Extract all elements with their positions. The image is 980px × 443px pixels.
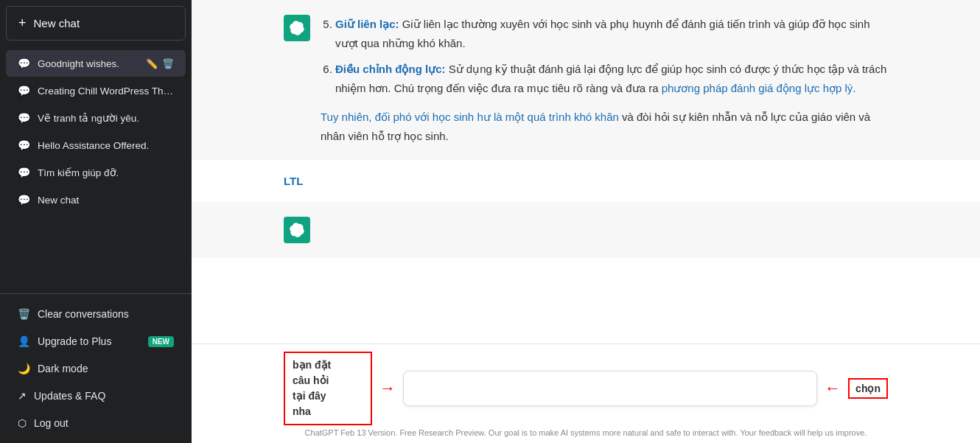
dark-mode-button[interactable]: 🌙 Dark mode (6, 355, 186, 382)
moon-icon: 🌙 (18, 363, 30, 374)
chat-icon: 💬 (18, 139, 30, 151)
item5-text: Giữ liên lạc thường xuyên với học sinh v… (335, 18, 870, 49)
updates-faq-button[interactable]: ↗ Updates & FAQ (6, 383, 186, 409)
conversations-list: 💬 Goodnight wishes. ✏️ 🗑️ 💬 Creating Chi… (0, 46, 192, 293)
sidebar-item-wordpress[interactable]: 💬 Creating Chill WordPress Them (6, 77, 186, 104)
delete-icon[interactable]: 🗑️ (162, 58, 174, 69)
list-item-6: Điều chỉnh động lực: Sử dụng kỹ thuật đá… (335, 60, 888, 97)
new-chat-label: New chat (34, 17, 80, 29)
clear-conversations-button[interactable]: 🗑️ Clear conversations (6, 301, 186, 327)
upgrade-to-plus-button[interactable]: 👤 Upgrade to Plus NEW (6, 328, 186, 355)
user-message: LTL (192, 160, 980, 202)
new-badge: NEW (148, 336, 174, 347)
sidebar-item-newchat2[interactable]: 💬 New chat (6, 186, 186, 213)
arrow-left-icon: ← (825, 379, 841, 398)
plus-icon: + (18, 15, 27, 31)
chat-icon: 💬 (18, 85, 30, 97)
conv-label: Goodnight wishes. (38, 58, 139, 69)
input-row: bạn đặtcâu hỏitại đâynha → ← chọn (284, 352, 888, 425)
trash-icon: 🗑️ (18, 308, 30, 320)
conv-label: Creating Chill WordPress Them (38, 86, 174, 97)
edit-icon[interactable]: ✏️ (146, 58, 158, 69)
sidebar-item-goodnight[interactable]: 💬 Goodnight wishes. ✏️ 🗑️ (6, 50, 186, 77)
conv-label: New chat (38, 195, 174, 206)
external-icon: ↗ (18, 390, 27, 402)
sidebar-item-tranh[interactable]: 💬 Vẽ tranh tả người yêu. (6, 105, 186, 131)
conclusion-text: Tuy nhiên, đối phó với học sinh hư là mộ… (321, 108, 888, 145)
annotation-left-text: bạn đặtcâu hỏitại đâynha (293, 359, 331, 417)
clear-label: Clear conversations (38, 308, 129, 320)
sidebar-item-timkiem[interactable]: 💬 Tìm kiếm giúp đỡ. (6, 159, 186, 186)
user-icon: 👤 (18, 335, 30, 347)
chat-icon: 💬 (18, 167, 30, 178)
new-chat-button[interactable]: + New chat (6, 6, 186, 41)
sidebar-bottom: 🗑️ Clear conversations 👤 Upgrade to Plus… (0, 293, 192, 443)
annotation-left-box: bạn đặtcâu hỏitại đâynha (284, 352, 372, 425)
main-panel: Giữ liên lạc: Giữ liên lạc thường xuyên … (192, 0, 980, 443)
conv-label: Hello Assistance Offered. (38, 140, 174, 151)
chat-icon: 💬 (18, 112, 30, 124)
conv-action-icons: ✏️ 🗑️ (146, 58, 174, 69)
chat-area: Giữ liên lạc: Giữ liên lạc thường xuyên … (192, 0, 980, 343)
chat-input[interactable] (403, 371, 817, 406)
conv-label: Vẽ tranh tả người yêu. (38, 112, 174, 124)
arrow-right-icon: → (379, 379, 396, 398)
assistant-message-row: Giữ liên lạc: Giữ liên lạc thường xuyên … (284, 15, 888, 145)
logout-label: Log out (34, 417, 69, 429)
item5-bold: Giữ liên lạc: (335, 18, 399, 30)
assistant-text: Giữ liên lạc: Giữ liên lạc thường xuyên … (321, 15, 888, 145)
logout-icon: ⬡ (18, 417, 27, 429)
updates-label: Updates & FAQ (34, 390, 105, 402)
dark-mode-label: Dark mode (38, 363, 88, 374)
conv-label: Tìm kiếm giúp đỡ. (38, 167, 174, 178)
sidebar-item-hello[interactable]: 💬 Hello Assistance Offered. (6, 132, 186, 158)
footer-text: ChatGPT Feb 13 Version. Free Research Pr… (284, 425, 888, 439)
logout-button[interactable]: ⬡ Log out (6, 410, 186, 436)
list-item-5: Giữ liên lạc: Giữ liên lạc thường xuyên … (335, 15, 888, 52)
assistant-message: Giữ liên lạc: Giữ liên lạc thường xuyên … (192, 0, 980, 160)
item6-link: phương pháp đánh giá động lực hợp lý. (662, 82, 856, 94)
upgrade-label: Upgrade to Plus (38, 335, 111, 347)
user-label: LTL (284, 175, 888, 187)
assistant-avatar (284, 15, 310, 41)
item6-bold: Điều chỉnh động lực: (335, 63, 446, 75)
annotation-right-box: chọn (848, 378, 888, 399)
assistant-avatar-2 (284, 217, 310, 243)
assistant-loading (192, 202, 980, 258)
annotation-right-text: chọn (855, 383, 881, 394)
sidebar: + New chat 💬 Goodnight wishes. ✏️ 🗑️ 💬 C… (0, 0, 192, 443)
assistant-loading-row (284, 217, 888, 243)
input-area: bạn đặtcâu hỏitại đâynha → ← chọn ChatGP… (192, 343, 980, 443)
chat-icon: 💬 (18, 57, 30, 69)
chat-icon: 💬 (18, 194, 30, 206)
